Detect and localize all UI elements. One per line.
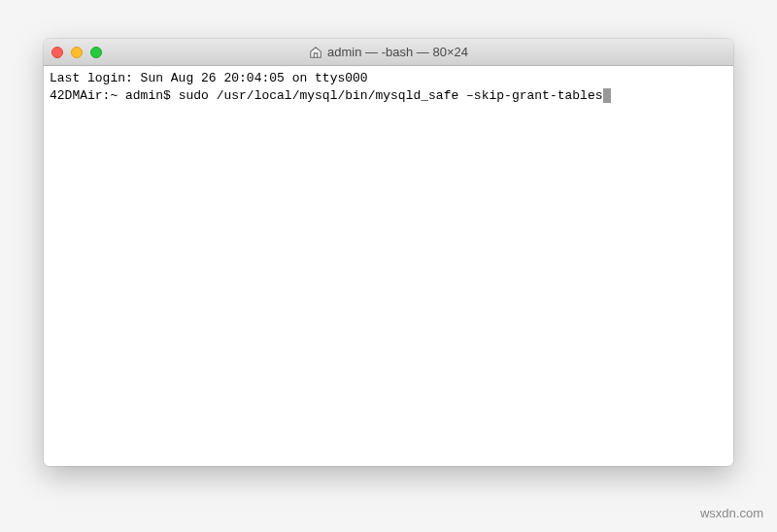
prompt-text: 42DMAir:~ admin$ bbox=[50, 88, 179, 103]
cursor bbox=[603, 88, 611, 103]
terminal-window: admin — -bash — 80×24 Last login: Sun Au… bbox=[44, 39, 733, 466]
minimize-button[interactable] bbox=[71, 47, 83, 58]
last-login-line: Last login: Sun Aug 26 20:04:05 on ttys0… bbox=[50, 70, 727, 87]
maximize-button[interactable] bbox=[90, 47, 102, 58]
terminal-body[interactable]: Last login: Sun Aug 26 20:04:05 on ttys0… bbox=[44, 66, 733, 466]
command-line: 42DMAir:~ admin$ sudo /usr/local/mysql/b… bbox=[50, 87, 727, 105]
window-title: admin — -bash — 80×24 bbox=[309, 45, 468, 59]
home-icon bbox=[309, 46, 322, 59]
close-button[interactable] bbox=[51, 47, 63, 58]
title-bar[interactable]: admin — -bash — 80×24 bbox=[44, 39, 733, 66]
watermark: wsxdn.com bbox=[700, 506, 763, 520]
window-title-text: admin — -bash — 80×24 bbox=[327, 45, 468, 59]
command-text: sudo /usr/local/mysql/bin/mysqld_safe –s… bbox=[179, 88, 603, 103]
traffic-lights bbox=[51, 47, 102, 58]
